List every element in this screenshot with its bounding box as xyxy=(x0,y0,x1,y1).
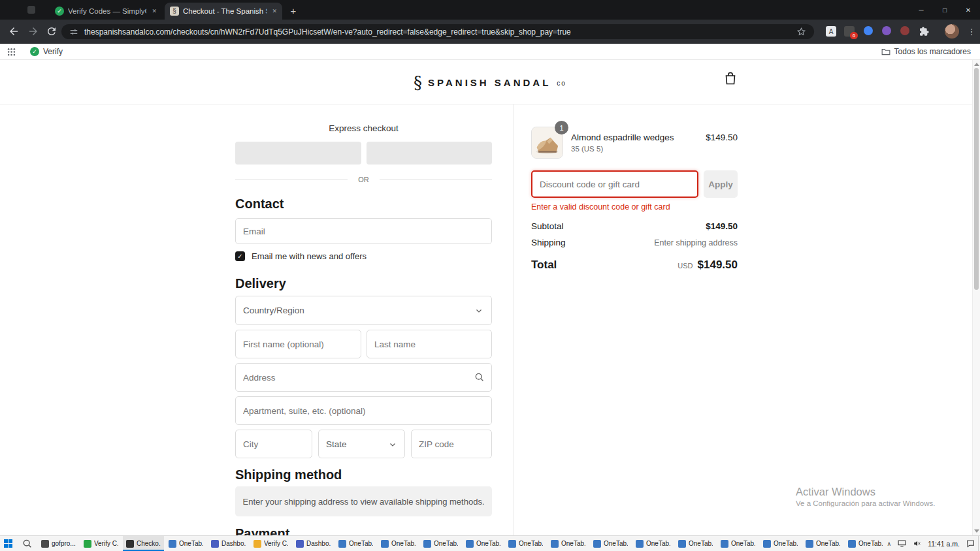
minimize-button[interactable]: ─ xyxy=(909,0,933,20)
payment-heading: Payment xyxy=(235,526,289,535)
taskbar-item[interactable]: Dashbo... xyxy=(208,536,249,551)
scrollbar-thumb[interactable] xyxy=(974,68,979,290)
taskbar-item-icon xyxy=(381,540,389,548)
cart-bag-icon[interactable] xyxy=(723,71,738,86)
product-price: $149.50 xyxy=(607,133,738,142)
taskbar-item[interactable]: OneTab... xyxy=(845,536,886,551)
taskbar-item[interactable]: Verify C... xyxy=(250,536,291,551)
all-bookmarks-label: Todos los marcadores xyxy=(894,47,971,56)
country-select[interactable]: Country/Region xyxy=(235,296,492,325)
subtotal-label: Subtotal xyxy=(531,221,564,231)
page-scrollbar[interactable] xyxy=(972,60,980,535)
browser-titlebar: ✓ Verify Codes — SimplyCodes ✕ § Checkou… xyxy=(0,0,980,20)
action-center-icon[interactable] xyxy=(966,539,975,548)
taskbar-item-icon xyxy=(763,540,771,548)
close-window-button[interactable]: ✕ xyxy=(956,0,980,20)
or-label: OR xyxy=(358,176,369,183)
apps-grid-icon[interactable] xyxy=(7,47,16,57)
taskbar-item[interactable]: OneTab... xyxy=(760,536,801,551)
zip-field[interactable] xyxy=(411,430,492,458)
taskbar-item[interactable]: OneTab... xyxy=(632,536,674,551)
apply-discount-button[interactable]: Apply xyxy=(704,170,738,198)
browser-tab-verify-codes[interactable]: ✓ Verify Codes — SimplyCodes ✕ xyxy=(50,3,162,20)
back-icon[interactable] xyxy=(8,25,20,37)
browser-menu-icon[interactable]: ⋮ xyxy=(966,24,977,39)
start-button[interactable] xyxy=(4,539,13,548)
volume-tray-icon[interactable] xyxy=(913,539,921,548)
extension-with-badge-icon[interactable]: 6 xyxy=(844,26,855,37)
store-logo[interactable]: § SPANISH SANDAL co xyxy=(0,60,980,104)
express-pay-button-placeholder[interactable] xyxy=(235,142,361,165)
forward-icon[interactable] xyxy=(27,25,39,37)
last-name-field[interactable] xyxy=(367,330,492,358)
email-field[interactable] xyxy=(235,218,492,244)
tab-close-icon[interactable]: ✕ xyxy=(152,8,157,14)
taskbar-item-label: OneTab... xyxy=(434,540,458,547)
browser-toolbar: thespanishsandalco.com/checkouts/cn/hWN2… xyxy=(0,20,980,44)
purple-extension-icon[interactable] xyxy=(882,26,891,35)
taskbar-item-label: OneTab... xyxy=(349,540,373,547)
bookmark-verify[interactable]: ✓ Verify xyxy=(30,47,63,56)
scroll-up-arrow-icon[interactable] xyxy=(974,63,979,66)
clock[interactable]: 11:41 a.m. xyxy=(928,540,960,548)
browser-tab-checkout[interactable]: § Checkout - The Spanish Sandal ✕ xyxy=(165,3,282,20)
taskbar-item[interactable]: OneTab... xyxy=(675,536,716,551)
discount-code-field[interactable] xyxy=(531,170,698,198)
all-bookmarks-button[interactable]: Todos los marcadores xyxy=(881,47,971,56)
taskbar-item[interactable]: OneTab... xyxy=(505,536,546,551)
taskbar-item-label: OneTab... xyxy=(689,540,713,547)
shipping-label: Shipping xyxy=(531,238,566,247)
address-bar[interactable]: thespanishsandalco.com/checkouts/cn/hWN2… xyxy=(61,24,814,39)
taskbar-item[interactable]: Verify C... xyxy=(80,536,122,551)
site-settings-icon[interactable] xyxy=(69,27,78,37)
taskbar-item[interactable]: OneTab... xyxy=(165,536,206,551)
discount-error-message: Enter a valid discount code or gift card xyxy=(531,202,670,212)
taskbar-item-label: OneTab... xyxy=(476,540,500,547)
subtotal-value: $149.50 xyxy=(706,221,738,231)
taskbar-item-icon xyxy=(848,540,856,548)
taskbar-item-label: Verify C... xyxy=(94,540,118,547)
quantity-badge: 1 xyxy=(555,121,568,134)
apartment-field[interactable] xyxy=(235,396,492,425)
newsletter-option: ✓ Email me with news and offers xyxy=(235,251,367,261)
first-name-field[interactable] xyxy=(235,330,361,358)
shipping-value: Enter shipping address xyxy=(654,238,738,247)
extensions-puzzle-icon[interactable] xyxy=(919,26,929,37)
taskbar-item[interactable]: OneTab... xyxy=(420,536,461,551)
logo-text: SPANISH SANDAL xyxy=(428,77,551,88)
taskbar-item[interactable]: gofpro... xyxy=(38,536,79,551)
folder-icon xyxy=(881,48,890,55)
taskbar-item-label: OneTab... xyxy=(391,540,416,547)
taskbar-item[interactable]: OneTab... xyxy=(590,536,631,551)
translate-extension-icon[interactable]: A xyxy=(826,26,836,37)
bookmark-star-icon[interactable] xyxy=(796,27,806,37)
express-pay-button-placeholder[interactable] xyxy=(367,142,492,165)
taskbar-item[interactable]: Dashbo... xyxy=(293,536,334,551)
address-field[interactable] xyxy=(235,363,492,392)
new-tab-button[interactable]: + xyxy=(287,5,299,16)
tab-close-icon[interactable]: ✕ xyxy=(272,8,277,14)
taskbar-item[interactable]: OneTab... xyxy=(378,536,419,551)
taskbar-item[interactable]: OneTab... xyxy=(463,536,504,551)
taskbar-item[interactable]: OneTab... xyxy=(717,536,759,551)
red-extension-icon[interactable] xyxy=(900,26,909,35)
city-field[interactable] xyxy=(235,430,312,458)
taskbar-item[interactable]: OneTab... xyxy=(335,536,376,551)
taskbar-item[interactable]: OneTab... xyxy=(802,536,843,551)
taskbar-search-icon[interactable] xyxy=(22,539,33,549)
display-tray-icon[interactable] xyxy=(898,540,906,547)
total-label: Total xyxy=(531,259,557,272)
reload-icon[interactable] xyxy=(46,25,57,37)
maximize-button[interactable]: □ xyxy=(933,0,956,20)
scroll-down-arrow-icon[interactable] xyxy=(974,529,979,533)
tray-expand-icon[interactable]: ∧ xyxy=(887,541,892,547)
pin-extension-icon[interactable] xyxy=(864,26,873,35)
taskbar-item-icon xyxy=(84,540,91,548)
profile-avatar[interactable] xyxy=(945,24,959,39)
verify-bookmark-icon: ✓ xyxy=(30,47,39,56)
shipping-method-empty-message: Enter your shipping address to view avai… xyxy=(235,486,492,516)
newsletter-checkbox[interactable]: ✓ xyxy=(235,251,245,261)
taskbar-item[interactable]: OneTab... xyxy=(547,536,589,551)
chevron-down-icon xyxy=(389,441,397,449)
taskbar-item[interactable]: Checko... xyxy=(123,536,164,551)
